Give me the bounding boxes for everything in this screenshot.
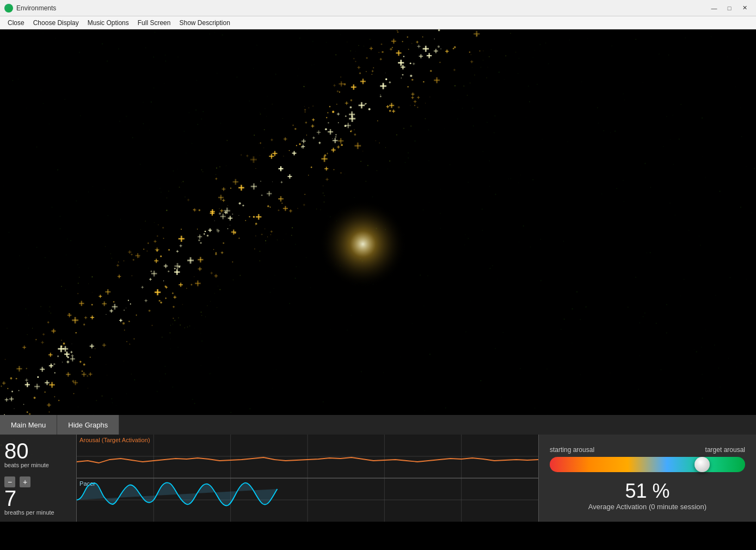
maximize-button[interactable]: □ <box>722 3 736 14</box>
bpm-block: 80 beats per minute <box>4 440 72 469</box>
button-row: Main Menu Hide Graphs <box>0 415 756 435</box>
menu-choose-display[interactable]: Choose Display <box>29 18 83 28</box>
minimize-button[interactable]: — <box>707 3 721 14</box>
app-icon <box>4 4 13 13</box>
menu-bar: Close Choose Display Music Options Full … <box>0 16 756 29</box>
starting-arousal-label: starting arousal <box>550 446 594 454</box>
menu-show-description[interactable]: Show Description <box>175 18 234 28</box>
graph-area: Arousal (Target Activation) Pacer <box>76 435 538 522</box>
menu-music-options[interactable]: Music Options <box>83 18 133 28</box>
bpm-label: beats per minute <box>4 462 72 469</box>
title-bar: Environments — □ ✕ <box>0 0 756 16</box>
window-controls: — □ ✕ <box>707 3 752 14</box>
graph-svg: Arousal (Target Activation) Pacer <box>77 435 538 522</box>
menu-close[interactable]: Close <box>3 18 29 28</box>
pacer-line <box>77 482 277 505</box>
graphs-row: 80 beats per minute − + 7 breaths per mi… <box>0 435 756 522</box>
bpm-plus-button[interactable]: + <box>20 476 30 487</box>
activation-label: Average Activation (0 minute session) <box>588 503 706 511</box>
right-panel: starting arousal target arousal 51 % Ave… <box>538 435 756 522</box>
activation-percentage: 51 % <box>625 480 669 503</box>
main-menu-button[interactable]: Main Menu <box>0 415 57 435</box>
arousal-graph-label: Arousal (Target Activation) <box>79 437 150 443</box>
breath-block: − + 7 breaths per minute <box>4 475 72 516</box>
left-stats: 80 beats per minute − + 7 breaths per mi… <box>0 435 76 522</box>
target-arousal-label: target arousal <box>705 446 745 454</box>
arousal-labels: starting arousal target arousal <box>550 446 745 454</box>
hide-graphs-button[interactable]: Hide Graphs <box>57 415 119 435</box>
bpm-minus-button[interactable]: − <box>4 476 15 487</box>
bottom-panel: Main Menu Hide Graphs 80 beats per minut… <box>0 415 756 522</box>
arousal-thumb[interactable] <box>694 457 710 472</box>
main-visualization: Main Menu Hide Graphs 80 beats per minut… <box>0 29 756 522</box>
bpm-controls: − + <box>4 476 72 487</box>
arousal-slider[interactable] <box>550 457 745 472</box>
close-button[interactable]: ✕ <box>737 3 752 14</box>
breath-label: breaths per minute <box>4 509 72 516</box>
bpm-value: 80 <box>4 440 72 462</box>
window-title: Environments <box>16 4 707 12</box>
breath-value: 7 <box>4 487 72 509</box>
menu-full-screen[interactable]: Full Screen <box>133 18 175 28</box>
